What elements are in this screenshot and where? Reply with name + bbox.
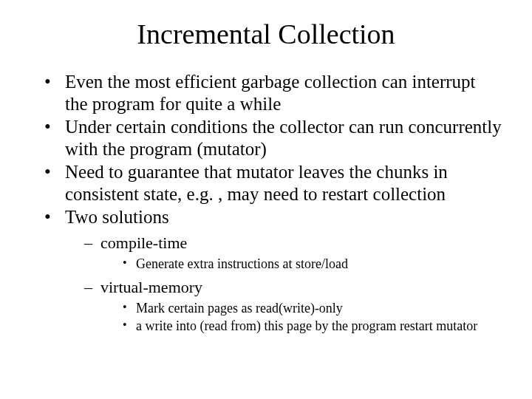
slide-title: Incremental Collection — [30, 18, 502, 50]
slide: Incremental Collection Even the most eff… — [0, 0, 532, 399]
bullet-item: Two solutions compile-time Generate extr… — [44, 206, 502, 334]
sub-text: compile-time — [100, 233, 187, 252]
sub-item: virtual-memory Mark certain pages as rea… — [84, 277, 502, 335]
subsub-item: Generate extra instructions at store/loa… — [123, 256, 502, 273]
sub-list: compile-time Generate extra instructions… — [65, 233, 502, 335]
bullet-item: Under certain conditions the collector c… — [44, 116, 502, 160]
sub-text: virtual-memory — [100, 278, 202, 296]
subsub-item: Mark certain pages as read(write)-only — [123, 300, 502, 317]
bullet-text: Two solutions — [65, 207, 169, 227]
subsub-list: Generate extra instructions at store/loa… — [100, 256, 502, 273]
bullet-list: Even the most efficient garbage collecti… — [30, 71, 502, 334]
bullet-item: Even the most efficient garbage collecti… — [44, 71, 502, 115]
bullet-item: Need to guarantee that mutator leaves th… — [44, 161, 502, 205]
sub-item: compile-time Generate extra instructions… — [84, 233, 502, 273]
subsub-item: a write into (read from) this page by th… — [123, 318, 502, 335]
subsub-list: Mark certain pages as read(write)-only a… — [100, 300, 502, 334]
